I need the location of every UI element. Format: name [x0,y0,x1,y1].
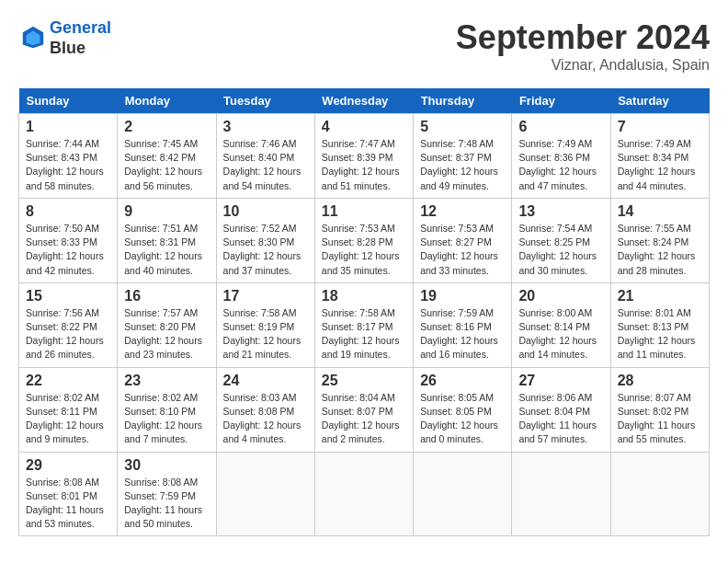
weekday-header-monday: Monday [118,88,216,114]
day-info: Sunrise: 7:53 AM Sunset: 8:28 PM Dayligh… [322,222,406,278]
day-number: 30 [124,457,209,474]
day-info: Sunrise: 7:50 AM Sunset: 8:33 PM Dayligh… [26,222,110,278]
calendar-cell: 14 Sunrise: 7:55 AM Sunset: 8:24 PM Dayl… [610,198,709,282]
calendar-week-2: 8 Sunrise: 7:50 AM Sunset: 8:33 PM Dayli… [19,198,710,282]
calendar-header-row: SundayMondayTuesdayWednesdayThursdayFrid… [19,88,710,114]
day-info: Sunrise: 7:54 AM Sunset: 8:25 PM Dayligh… [518,222,603,278]
weekday-header-saturday: Saturday [610,88,709,114]
title-block: September 2024 Viznar, Andalusia, Spain [456,18,710,74]
calendar-cell: 22 Sunrise: 8:02 AM Sunset: 8:11 PM Dayl… [19,367,118,452]
calendar-cell: 1 Sunrise: 7:44 AM Sunset: 8:43 PM Dayli… [19,114,118,199]
calendar-week-4: 22 Sunrise: 8:02 AM Sunset: 8:11 PM Dayl… [19,367,710,452]
day-info: Sunrise: 7:58 AM Sunset: 8:17 PM Dayligh… [322,306,406,362]
calendar-cell: 10 Sunrise: 7:52 AM Sunset: 8:30 PM Dayl… [216,198,314,282]
calendar-cell: 4 Sunrise: 7:47 AM Sunset: 8:39 PM Dayli… [314,114,413,199]
day-info: Sunrise: 8:01 AM Sunset: 8:13 PM Dayligh… [618,306,702,362]
day-info: Sunrise: 7:45 AM Sunset: 8:42 PM Dayligh… [124,137,209,193]
calendar-cell: 30 Sunrise: 8:08 AM Sunset: 7:59 PM Dayl… [118,452,216,536]
day-info: Sunrise: 7:53 AM Sunset: 8:27 PM Dayligh… [420,222,505,278]
day-number: 17 [223,288,308,304]
day-info: Sunrise: 8:00 AM Sunset: 8:14 PM Dayligh… [518,306,603,362]
day-info: Sunrise: 8:03 AM Sunset: 8:08 PM Dayligh… [223,391,308,447]
calendar-cell: 6 Sunrise: 7:49 AM Sunset: 8:36 PM Dayli… [512,114,610,199]
calendar-cell: 9 Sunrise: 7:51 AM Sunset: 8:31 PM Dayli… [118,198,216,282]
calendar-cell: 3 Sunrise: 7:46 AM Sunset: 8:40 PM Dayli… [216,114,314,199]
day-number: 5 [420,119,505,135]
page-header: General Blue September 2024 Viznar, Anda… [18,18,710,74]
weekday-header-friday: Friday [512,88,610,114]
day-number: 26 [420,373,505,389]
day-info: Sunrise: 8:04 AM Sunset: 8:07 PM Dayligh… [322,391,406,447]
day-number: 14 [618,203,702,220]
day-info: Sunrise: 7:44 AM Sunset: 8:43 PM Dayligh… [26,137,110,193]
calendar-cell: 29 Sunrise: 8:08 AM Sunset: 8:01 PM Dayl… [19,452,118,536]
weekday-header-tuesday: Tuesday [216,88,314,114]
day-number: 9 [124,203,209,220]
calendar-cell: 11 Sunrise: 7:53 AM Sunset: 8:28 PM Dayl… [314,198,413,282]
month-title: September 2024 [456,18,710,57]
calendar-cell: 18 Sunrise: 7:58 AM Sunset: 8:17 PM Dayl… [314,282,413,367]
calendar-cell: 17 Sunrise: 7:58 AM Sunset: 8:19 PM Dayl… [216,282,314,367]
day-number: 15 [26,288,110,304]
day-number: 22 [26,373,110,389]
day-number: 4 [322,119,406,135]
day-info: Sunrise: 7:51 AM Sunset: 8:31 PM Dayligh… [124,222,209,278]
day-number: 21 [618,288,702,304]
weekday-header-sunday: Sunday [19,88,118,114]
day-number: 28 [618,373,702,389]
day-number: 3 [223,119,308,135]
calendar-week-3: 15 Sunrise: 7:56 AM Sunset: 8:22 PM Dayl… [19,282,710,367]
calendar-cell [314,452,413,536]
logo-line2: Blue [50,39,111,59]
calendar-cell: 23 Sunrise: 8:02 AM Sunset: 8:10 PM Dayl… [118,367,216,452]
day-info: Sunrise: 8:08 AM Sunset: 8:01 PM Dayligh… [26,476,110,532]
day-number: 12 [420,203,505,220]
day-info: Sunrise: 7:46 AM Sunset: 8:40 PM Dayligh… [223,137,308,193]
calendar-cell [414,452,512,536]
day-number: 29 [26,457,110,474]
day-info: Sunrise: 7:48 AM Sunset: 8:37 PM Dayligh… [420,137,505,193]
day-number: 6 [518,119,603,135]
calendar-cell: 16 Sunrise: 7:57 AM Sunset: 8:20 PM Dayl… [118,282,216,367]
calendar-cell: 5 Sunrise: 7:48 AM Sunset: 8:37 PM Dayli… [414,114,512,199]
calendar-cell: 2 Sunrise: 7:45 AM Sunset: 8:42 PM Dayli… [118,114,216,199]
calendar-week-1: 1 Sunrise: 7:44 AM Sunset: 8:43 PM Dayli… [19,114,710,199]
day-number: 25 [322,373,406,389]
day-number: 19 [420,288,505,304]
calendar-cell: 21 Sunrise: 8:01 AM Sunset: 8:13 PM Dayl… [610,282,709,367]
calendar-cell: 26 Sunrise: 8:05 AM Sunset: 8:05 PM Dayl… [414,367,512,452]
day-info: Sunrise: 8:02 AM Sunset: 8:11 PM Dayligh… [26,391,110,447]
logo-icon [20,24,46,50]
day-number: 2 [124,119,209,135]
calendar-cell: 20 Sunrise: 8:00 AM Sunset: 8:14 PM Dayl… [512,282,610,367]
day-info: Sunrise: 7:47 AM Sunset: 8:39 PM Dayligh… [322,137,406,193]
day-info: Sunrise: 7:59 AM Sunset: 8:16 PM Dayligh… [420,306,505,362]
logo: General Blue [18,18,111,58]
day-info: Sunrise: 7:49 AM Sunset: 8:34 PM Dayligh… [618,137,702,193]
calendar-cell: 28 Sunrise: 8:07 AM Sunset: 8:02 PM Dayl… [610,367,709,452]
calendar-cell: 15 Sunrise: 7:56 AM Sunset: 8:22 PM Dayl… [19,282,118,367]
weekday-header-thursday: Thursday [414,88,512,114]
day-info: Sunrise: 8:06 AM Sunset: 8:04 PM Dayligh… [518,391,603,447]
day-info: Sunrise: 8:08 AM Sunset: 7:59 PM Dayligh… [124,476,209,532]
calendar-cell: 8 Sunrise: 7:50 AM Sunset: 8:33 PM Dayli… [19,198,118,282]
calendar-cell: 25 Sunrise: 8:04 AM Sunset: 8:07 PM Dayl… [314,367,413,452]
day-number: 27 [518,373,603,389]
calendar-cell: 13 Sunrise: 7:54 AM Sunset: 8:25 PM Dayl… [512,198,610,282]
day-number: 11 [322,203,406,220]
day-info: Sunrise: 7:56 AM Sunset: 8:22 PM Dayligh… [26,306,110,362]
day-number: 18 [322,288,406,304]
day-number: 10 [223,203,308,220]
calendar-cell [512,452,610,536]
calendar-cell: 12 Sunrise: 7:53 AM Sunset: 8:27 PM Dayl… [414,198,512,282]
day-number: 1 [26,119,110,135]
weekday-header-wednesday: Wednesday [314,88,413,114]
day-number: 24 [223,373,308,389]
calendar-cell [610,452,709,536]
calendar-week-5: 29 Sunrise: 8:08 AM Sunset: 8:01 PM Dayl… [19,452,710,536]
day-info: Sunrise: 7:58 AM Sunset: 8:19 PM Dayligh… [223,306,308,362]
calendar-cell: 19 Sunrise: 7:59 AM Sunset: 8:16 PM Dayl… [414,282,512,367]
day-number: 23 [124,373,209,389]
location: Viznar, Andalusia, Spain [456,57,710,74]
day-info: Sunrise: 7:57 AM Sunset: 8:20 PM Dayligh… [124,306,209,362]
